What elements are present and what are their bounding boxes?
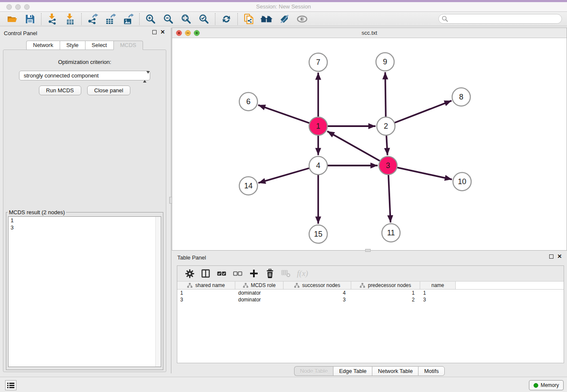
close-network-icon[interactable] — [176, 30, 182, 36]
zoom-in-button[interactable] — [142, 13, 160, 25]
table-row: 3dominator323 — [177, 296, 564, 303]
search-input[interactable] — [438, 14, 562, 24]
show-graphics-button[interactable] — [293, 13, 311, 25]
graph-node-label: 15 — [314, 230, 322, 238]
import-table-button[interactable] — [61, 13, 79, 25]
network-canvas[interactable]: 1234678910111415 — [172, 38, 567, 250]
graph-edge-3-1[interactable] — [327, 131, 380, 161]
graph-node-label: 10 — [458, 177, 466, 186]
column-header-successor-nodes[interactable]: successor nodes — [284, 282, 351, 289]
close-panel-button[interactable]: Close panel — [87, 86, 131, 95]
graph-node-label: 11 — [387, 229, 395, 237]
open-session-button[interactable] — [3, 13, 21, 25]
column-header-shared-name[interactable]: shared name — [177, 282, 235, 289]
tab-node-table[interactable]: Node Table — [294, 366, 333, 376]
tab-edge-table[interactable]: Edge Table — [333, 366, 372, 376]
table-cell[interactable]: 4 — [284, 290, 351, 296]
zoom-selected-button[interactable] — [195, 13, 213, 25]
toolbar-separator — [215, 13, 215, 25]
run-mcds-button[interactable]: Run MCDS — [39, 86, 81, 95]
column-header-predecessor-nodes[interactable]: predecessor nodes — [351, 282, 420, 289]
horizontal-splitter-grip[interactable] — [365, 249, 371, 252]
table-settings-button[interactable] — [182, 267, 197, 280]
mcds-result-title: MCDS result (2 nodes) — [8, 209, 66, 215]
graph-node-label: 3 — [386, 161, 390, 170]
function-builder-button[interactable]: f(x) — [295, 267, 309, 280]
table-cell[interactable]: dominator — [235, 296, 284, 303]
graph-edge-4-14[interactable] — [259, 168, 310, 183]
close-table-panel-icon[interactable]: ✕ — [557, 254, 562, 259]
criterion-select[interactable]: strongly connected component — [19, 71, 150, 80]
table-cell[interactable]: 2 — [351, 296, 420, 303]
table-cell[interactable]: 3 — [420, 296, 456, 303]
graph-edge-2-8[interactable] — [394, 101, 451, 123]
result-scrollbar[interactable] — [155, 217, 161, 367]
attribute-icon — [294, 283, 300, 288]
delete-row-button[interactable] — [263, 267, 277, 280]
close-panel-icon[interactable]: ✕ — [160, 30, 165, 34]
table-cell[interactable]: dominator — [235, 290, 284, 296]
network-window-titlebar[interactable]: scc.txt — [172, 28, 567, 38]
task-history-button[interactable] — [5, 380, 17, 390]
copy-network-button[interactable] — [240, 13, 258, 25]
refresh-button[interactable] — [217, 13, 235, 25]
import-network-button[interactable] — [44, 13, 61, 25]
tab-mcds[interactable]: MCDS — [113, 41, 143, 50]
graph-edge-3-11[interactable] — [388, 174, 391, 222]
unselect-all-icon — [233, 271, 242, 276]
float-table-panel-icon[interactable] — [549, 254, 553, 259]
graph-node-label: 6 — [246, 97, 250, 106]
mcds-result-list[interactable]: 13 — [8, 216, 161, 367]
tab-motifs[interactable]: Motifs — [418, 366, 445, 376]
toolbar-separator — [41, 13, 41, 25]
add-row-button[interactable] — [247, 267, 261, 280]
graph-edge-1-6[interactable] — [258, 105, 310, 123]
save-session-button[interactable] — [21, 13, 39, 25]
memory-button[interactable]: Memory — [529, 380, 564, 390]
mcds-result-fieldset: MCDS result (2 nodes) 13 — [6, 209, 163, 370]
select-all-button[interactable] — [215, 267, 229, 280]
delete-table-icon — [281, 270, 291, 277]
table-panel: Table Panel ✕ — [172, 252, 567, 377]
network-window: scc.txt 1234678910111415 — [172, 28, 567, 251]
tab-network[interactable]: Network — [26, 41, 60, 50]
graph-node-label: 1 — [316, 122, 320, 130]
table-cell[interactable]: 1 — [420, 290, 456, 296]
table-cell[interactable]: 3 — [284, 296, 351, 303]
trash-icon — [266, 269, 274, 278]
graph-edge-2-9[interactable] — [385, 72, 385, 117]
tab-network-table[interactable]: Network Table — [372, 366, 418, 376]
export-image-button[interactable] — [119, 13, 137, 25]
delete-table-button[interactable] — [279, 267, 293, 280]
tab-select[interactable]: Select — [85, 41, 113, 50]
export-table-button[interactable] — [102, 13, 119, 25]
home-button[interactable] — [258, 13, 275, 25]
graph-node-label: 9 — [383, 58, 387, 66]
export-network-button[interactable] — [84, 13, 102, 25]
graph-edge-2-3[interactable] — [386, 135, 388, 155]
select-all-icon — [217, 271, 226, 276]
window-titlebar: Session: New Session — [0, 2, 567, 12]
graph-node-label: 14 — [244, 182, 253, 190]
network-graph: 1234678910111415 — [172, 38, 567, 250]
network-window-title: scc.txt — [172, 28, 567, 38]
hide-labels-icon — [279, 14, 289, 24]
table-cell[interactable]: 1 — [351, 290, 420, 296]
maximize-network-icon[interactable] — [194, 30, 200, 36]
column-header-mcds-role[interactable]: MCDS role — [235, 282, 284, 289]
tab-style[interactable]: Style — [60, 41, 85, 50]
graph-edge-3-10[interactable] — [396, 167, 452, 179]
zoom-fit-button[interactable] — [177, 13, 195, 25]
table-cell[interactable]: 1 — [177, 290, 235, 296]
home-icon — [260, 14, 273, 24]
unselect-all-button[interactable] — [231, 267, 245, 280]
show-columns-button[interactable] — [198, 267, 213, 280]
zoom-out-button[interactable] — [160, 13, 177, 25]
float-panel-icon[interactable] — [152, 30, 157, 34]
column-header-name[interactable]: name — [420, 282, 456, 289]
minimize-network-icon[interactable] — [185, 30, 191, 36]
table-cell[interactable]: 3 — [177, 296, 235, 303]
save-icon — [25, 14, 35, 24]
hide-labels-button[interactable] — [275, 13, 293, 25]
search-icon — [442, 16, 448, 22]
